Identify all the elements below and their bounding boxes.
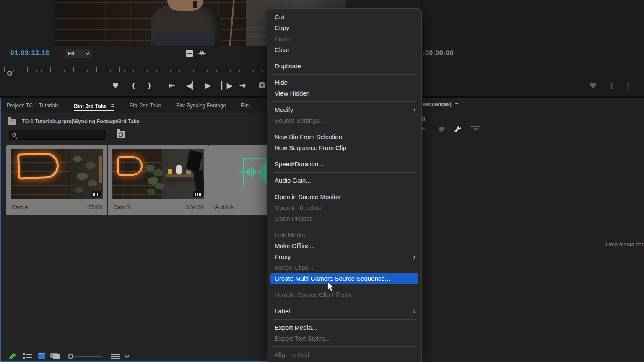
mark-in-button[interactable]: { (132, 81, 135, 90)
clip-name: Cam A (12, 204, 28, 210)
menu-item-label: Export Text Styles... (275, 335, 330, 342)
premiere-pro-window: 01:09:12:18 Fit {}⇤◀▏▶▏▶⇥ :00:00:00 {} P… (0, 0, 644, 362)
timeline-timecode: 0 (422, 115, 425, 122)
clip-tile-cam-a[interactable]: Cam A1:55:00 (6, 145, 107, 215)
menu-item-clear[interactable]: Clear (267, 44, 421, 55)
mark-in-button[interactable]: { (610, 81, 613, 90)
go-to-out-button[interactable]: ⇥ (239, 81, 245, 90)
menu-item-export-media[interactable]: Export Media... (267, 322, 421, 333)
menu-item-new-bin-from-selection[interactable]: New Bin From Selection (267, 132, 421, 142)
submenu-arrow-icon: › (413, 251, 415, 262)
mark-out-button[interactable]: } (627, 81, 629, 90)
menu-item-copy[interactable]: Copy (267, 23, 421, 34)
presenter-jeans (157, 33, 214, 46)
export-frame-button[interactable] (259, 81, 265, 90)
menu-item-link-media: Link Media... (267, 230, 421, 240)
menu-item-label: Copy (275, 24, 289, 31)
clip-tile-cam-b[interactable]: Cam B3:34:00 (108, 145, 209, 215)
menu-item-label: Cut (275, 13, 284, 21)
menu-item-label: Open Project (275, 215, 312, 222)
menu-item-label: Paste (275, 35, 291, 42)
sort-order-chevron-icon[interactable] (125, 353, 129, 358)
presenter-hands (167, 0, 203, 11)
menu-item-modify[interactable]: Modify› (267, 104, 421, 115)
zoom-level-select[interactable]: Fit (65, 49, 92, 58)
menu-item-duplicate[interactable]: Duplicate (267, 61, 421, 72)
menu-item-label[interactable]: Label› (267, 306, 421, 317)
source-timecode: 01:09:12:18 (10, 49, 49, 57)
wrist-watch (193, 1, 197, 8)
menu-item-label: Speed/Duration... (275, 160, 324, 168)
icon-view-button[interactable] (38, 353, 45, 359)
menu-separator (273, 129, 416, 129)
menu-item-new-sequence-from-clip[interactable]: New Sequence From Clip (267, 142, 421, 153)
menu-item-label: Source Settings... (275, 117, 324, 124)
mouse-cursor (326, 282, 335, 294)
menu-separator (273, 287, 416, 287)
post (99, 156, 102, 183)
menu-item-label: New Bin From Selection (275, 133, 342, 140)
step-forward-button[interactable]: ▏▶ (221, 81, 232, 90)
drag-video-only-icon[interactable] (186, 50, 193, 57)
mark-out-button[interactable]: } (148, 81, 151, 90)
menu-item-open-in-timeline: Open in Timeline (267, 202, 421, 213)
menu-item-cut[interactable]: Cut (267, 12, 421, 23)
menu-item-audio-gain[interactable]: Audio Gain... (267, 175, 421, 186)
menu-item-label: Link Media... (275, 231, 310, 238)
plant-plant-a (70, 150, 101, 197)
menu-item-open-in-source-monitor[interactable]: Open in Source Monitor (267, 191, 421, 202)
menu-item-label: Label (275, 308, 290, 315)
menu-separator (273, 101, 416, 102)
menu-item-speed-duration[interactable]: Speed/Duration... (267, 159, 421, 170)
timeline-panel: sequences) ≡ 0 CC Drop media her (422, 98, 644, 362)
chevron-down-icon (86, 51, 90, 55)
timeline-settings-wrench-icon[interactable] (454, 125, 462, 135)
menu-separator (273, 319, 416, 320)
program-timecode: :00:00:00 (423, 49, 454, 57)
menu-item-label: Clear (275, 46, 290, 53)
play-button[interactable]: ▶ (205, 81, 210, 90)
add-marker-button[interactable] (590, 81, 596, 90)
zoom-level-value: Fit (68, 51, 74, 57)
menu-item-paste: Paste (267, 34, 421, 44)
submenu-arrow-icon: › (413, 104, 415, 115)
menu-item-label: Export Media... (275, 324, 317, 331)
timeline-tab-label[interactable]: sequences) (423, 101, 452, 107)
menu-item-hide[interactable]: Hide (267, 77, 421, 88)
clip-duration: 1:55:00 (84, 204, 102, 210)
sort-icons-button[interactable] (111, 353, 120, 359)
clip-thumbnail (112, 149, 204, 199)
add-marker-button[interactable] (113, 81, 118, 90)
menu-separator (273, 74, 416, 75)
panel-menu-icon[interactable]: ≡ (455, 101, 458, 108)
program-monitor-panel: :00:00:00 {} (422, 0, 644, 96)
clip-label-row: Cam B3:34:00 (113, 204, 204, 210)
menu-item-create-multi-camera-source-sequence[interactable]: Create Multi-Camera Source Sequence... (270, 273, 418, 284)
marker-glyph (113, 83, 118, 88)
menu-item-label: Audio Gain... (275, 177, 311, 184)
add-marker-icon[interactable] (439, 127, 444, 132)
menu-item-proxy[interactable]: Proxy› (267, 251, 421, 262)
menu-item-label: Disable Source Clip Effects (275, 291, 351, 298)
clip-duration: 3:34:00 (186, 204, 204, 210)
clip-name: Cam B (113, 204, 130, 210)
menu-separator (273, 189, 416, 189)
drag-audio-only-icon[interactable] (198, 50, 207, 59)
thumbnail-zoom-track[interactable] (72, 356, 102, 357)
step-back-button[interactable]: ◀▏ (187, 81, 197, 90)
thumbnail-zoom-slider[interactable] (68, 354, 73, 359)
drop-media-hint: Drop media her (606, 241, 644, 248)
menu-item-label: Align to Grid (275, 351, 309, 358)
clip-label-row: Cam A1:55:00 (12, 204, 102, 210)
submenu-arrow-icon: › (413, 306, 415, 317)
menu-item-make-offline[interactable]: Make Offline... (267, 240, 421, 251)
menu-item-merge-clips: Merge Clips... (267, 262, 421, 273)
list-view-button[interactable] (23, 353, 33, 359)
menu-separator (273, 303, 416, 303)
captions-cc-icon[interactable]: CC (470, 126, 480, 132)
freeform-view-button[interactable] (53, 354, 60, 359)
go-to-in-button[interactable]: ⇤ (169, 81, 175, 90)
menu-item-view-hidden[interactable]: View Hidden (267, 88, 421, 99)
playhead-knob[interactable] (7, 71, 12, 76)
menu-item-label: Make Offline... (275, 242, 315, 249)
